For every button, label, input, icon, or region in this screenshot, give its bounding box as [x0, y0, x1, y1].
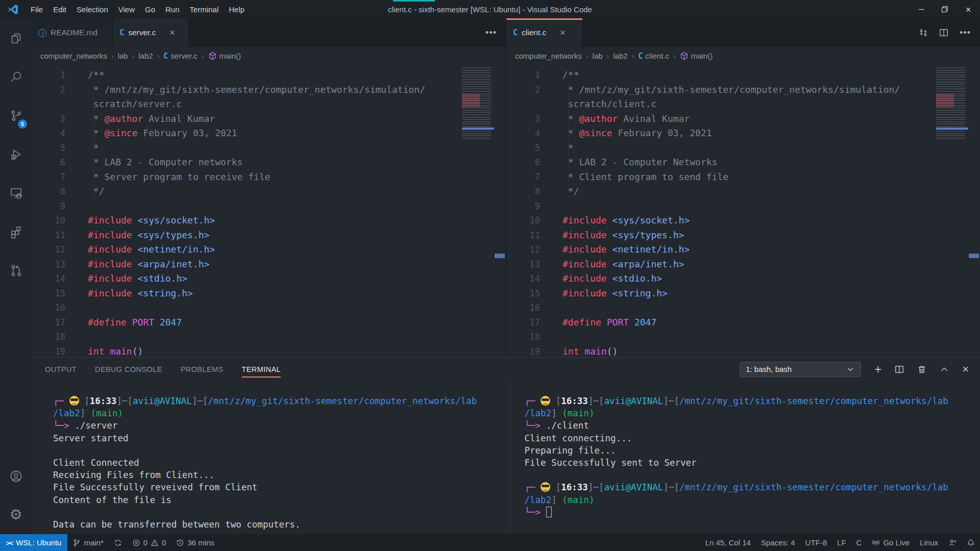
status-git-branch[interactable]: main* — [67, 534, 108, 551]
activity-extensions[interactable] — [0, 212, 32, 251]
activity-account[interactable] — [0, 457, 32, 495]
line-number: 3 — [32, 112, 88, 127]
editor-group-right: Cclient.c×•••computer_networks›lab›lab2›… — [506, 18, 980, 357]
tab-client-c[interactable]: Cclient.c× — [506, 18, 583, 47]
code-editor[interactable]: 1/**2 * /mnt/z/my_git/sixth-semester/com… — [32, 65, 506, 357]
status-indentation[interactable]: Spaces: 4 — [756, 534, 800, 551]
line-number: 14 — [32, 271, 88, 286]
panel-tab-debug-console[interactable]: DEBUG CONSOLE — [95, 361, 162, 378]
breadcrumb-label: lab — [593, 52, 603, 60]
line-number: 9 — [32, 199, 88, 214]
menu-file[interactable]: File — [26, 0, 48, 18]
breadcrumb-item[interactable]: lab — [118, 52, 128, 60]
editor-actions: ••• — [919, 18, 980, 47]
activity-settings-gear[interactable]: ⚙ — [0, 495, 32, 534]
terminal-line: Data can be transferred between two comp… — [53, 518, 504, 531]
line-number: 9 — [506, 199, 562, 214]
tab-server-c[interactable]: Cserver.c× — [113, 18, 189, 47]
minimize-button[interactable] — [910, 0, 933, 18]
menu-bar: FileEditSelectionViewGoRunTerminalHelp — [26, 0, 250, 18]
restore-button[interactable] — [933, 0, 957, 18]
editor-area: iREADME.mdCserver.c×•••computer_networks… — [32, 18, 980, 357]
line-number: 19 — [506, 344, 562, 358]
code-line: 12#include <netinet/in.h> — [506, 242, 980, 257]
breadcrumb-item[interactable]: main() — [208, 52, 241, 60]
status-remote-os[interactable]: Linux — [915, 534, 943, 551]
code-line: 18 — [506, 330, 980, 344]
breadcrumb: computer_networks›lab›lab2›Cclient.c›mai… — [506, 47, 980, 65]
menu-selection[interactable]: Selection — [71, 0, 113, 18]
status-problems-count: 0 — [143, 538, 148, 547]
terminal-line: /lab2] (main) — [53, 407, 504, 419]
split-editor-icon[interactable] — [939, 28, 948, 37]
close-window-button[interactable]: × — [957, 0, 980, 18]
menu-edit[interactable]: Edit — [48, 0, 71, 18]
settings-gear-icon: ⚙ — [9, 508, 22, 522]
code-line: 10#include <sys/socket.h> — [32, 213, 506, 228]
status-sync-status[interactable] — [109, 534, 127, 551]
menu-help[interactable]: Help — [224, 0, 250, 18]
activity-files[interactable] — [0, 18, 32, 57]
new-terminal-button[interactable]: + — [874, 363, 881, 375]
tab-label: client.c — [522, 28, 546, 37]
code-editor[interactable]: 1/**2 * /mnt/z/my_git/sixth-semester/com… — [506, 65, 980, 357]
activity-source-control[interactable]: 5 — [0, 96, 32, 135]
activity-run-debug[interactable] — [0, 135, 32, 173]
line-number: 6 — [506, 155, 562, 170]
menu-view[interactable]: View — [113, 0, 140, 18]
status-cursor-position[interactable]: Ln 45, Col 14 — [700, 534, 756, 551]
status-go-live[interactable]: Go Live — [867, 534, 915, 551]
status-encoding[interactable]: UTF-8 — [800, 534, 832, 551]
terminal-server[interactable]: ┌─ [16:33]─[avii@AVINAL]─[/mnt/z/my_git/… — [32, 381, 509, 534]
breadcrumb-item[interactable]: lab2 — [613, 52, 627, 60]
terminal-shell-select[interactable]: 1: bash, bash — [740, 362, 861, 377]
breadcrumb-item[interactable]: computer_networks — [40, 52, 107, 60]
status-feedback[interactable] — [943, 534, 962, 551]
menu-run[interactable]: Run — [160, 0, 185, 18]
line-number: 11 — [506, 228, 562, 243]
breadcrumb-item[interactable]: Cserver.c — [163, 52, 198, 61]
tab-readme-md[interactable]: iREADME.md — [32, 18, 113, 47]
breadcrumb-item[interactable]: Cclient.c — [638, 52, 669, 61]
terminal-line: Client connecting... — [525, 432, 975, 444]
status-problems[interactable]: 00 — [127, 534, 172, 551]
code-line: 16 — [32, 300, 506, 315]
panel-tab-terminal[interactable]: TERMINAL — [242, 361, 281, 378]
close-tab-icon[interactable]: × — [557, 28, 568, 38]
code-line: 5 * — [506, 141, 980, 156]
breadcrumb-item[interactable]: computer_networks — [515, 52, 582, 60]
terminal-client[interactable]: ┌─ [16:33]─[avii@AVINAL]─[/mnt/z/my_git/… — [509, 381, 980, 534]
minimap-cursor-line — [462, 128, 494, 130]
minimap[interactable] — [462, 67, 494, 144]
line-number: 2 — [506, 83, 562, 97]
breadcrumb-item[interactable]: lab — [593, 52, 603, 60]
activity-search[interactable] — [0, 57, 32, 96]
activity-remote-explorer[interactable] — [0, 173, 32, 212]
status-remote-indicator[interactable]: ><WSL: Ubuntu — [0, 534, 67, 551]
more-actions-button[interactable]: ••• — [960, 28, 971, 38]
search-icon — [9, 70, 23, 84]
breadcrumb-item[interactable]: main() — [680, 52, 713, 60]
close-panel-button[interactable]: × — [962, 364, 969, 375]
activity-github-pr[interactable] — [0, 251, 32, 290]
maximize-panel-button[interactable] — [940, 365, 949, 374]
close-tab-icon[interactable]: × — [167, 28, 177, 38]
status-notifications[interactable] — [962, 534, 980, 551]
panel-tab-problems[interactable]: PROBLEMS — [181, 361, 224, 378]
status-language-mode[interactable]: C — [851, 534, 867, 551]
open-changes-icon[interactable] — [919, 28, 928, 37]
more-actions-button[interactable]: ••• — [485, 28, 497, 38]
line-number: 11 — [32, 228, 88, 243]
status-time-tracker[interactable]: 36 mins — [171, 534, 219, 551]
menu-terminal[interactable]: Terminal — [185, 0, 224, 18]
split-terminal-button[interactable] — [895, 365, 904, 374]
code-line: 2 * /mnt/z/my_git/sixth-semester/compute… — [506, 83, 980, 97]
menu-go[interactable]: Go — [140, 0, 160, 18]
minimap[interactable] — [936, 67, 968, 144]
status-eol-sequence[interactable]: LF — [832, 534, 851, 551]
panel-tab-output[interactable]: OUTPUT — [45, 361, 77, 378]
code-line: 7 * Client program to send file — [506, 170, 980, 185]
line-number: 17 — [32, 315, 88, 330]
kill-terminal-button[interactable] — [917, 365, 926, 374]
breadcrumb-item[interactable]: lab2 — [138, 52, 153, 60]
